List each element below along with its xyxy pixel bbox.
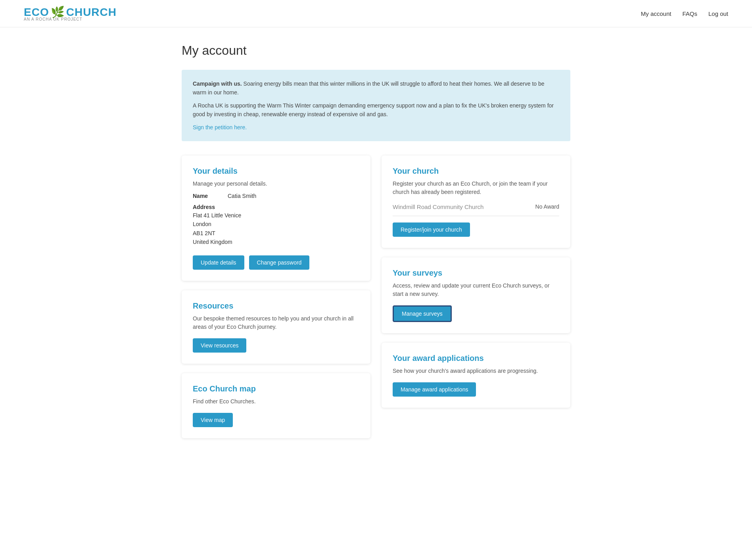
campaign-banner: Campaign with us. Soaring energy bills m… [182, 70, 570, 141]
manage-award-applications-button[interactable]: Manage award applications [393, 382, 476, 397]
page-title: My account [182, 43, 570, 58]
your-church-card: Your church Register your church as an E… [382, 155, 570, 248]
award-status: No Award [535, 203, 559, 210]
your-details-card: Your details Manage your personal detail… [182, 155, 370, 281]
resources-description: Our bespoke themed resources to help you… [193, 315, 359, 331]
logo-text-block: ECO 🌿 CHURCH AN A ROCHA UK PROJECT [24, 6, 117, 21]
main-content: My account Campaign with us. Soaring ene… [158, 27, 594, 462]
your-award-title: Your award applications [393, 354, 559, 363]
logo-church: CHURCH [66, 6, 117, 19]
content-columns: Your details Manage your personal detail… [182, 155, 570, 438]
manage-surveys-button[interactable]: Manage surveys [393, 305, 452, 322]
register-join-church-button[interactable]: Register/join your church [393, 222, 470, 237]
church-row: Windmill Road Community Church No Award [393, 203, 559, 216]
campaign-petition-link[interactable]: Sign the petition here. [193, 124, 247, 130]
your-surveys-title: Your surveys [393, 268, 559, 278]
logo-eco: ECO [24, 6, 49, 19]
eco-church-map-card: Eco Church map Find other Eco Churches. … [182, 373, 370, 438]
campaign-line1-rest: Soaring energy bills mean that this wint… [193, 81, 545, 96]
resources-title: Resources [193, 301, 359, 311]
address-lines: Flat 41 Little Venice London AB1 2NT Uni… [193, 211, 359, 247]
address-block: Address Flat 41 Little Venice London AB1… [193, 204, 359, 247]
details-btn-row: Update details Change password [193, 255, 359, 270]
your-award-description: See how your church's award applications… [393, 367, 559, 375]
your-surveys-card: Your surveys Access, review and update y… [382, 257, 570, 333]
your-church-description: Register your church as an Eco Church, o… [393, 180, 559, 196]
your-church-title: Your church [393, 167, 559, 176]
eco-church-map-description: Find other Eco Churches. [193, 397, 359, 406]
campaign-line1: Campaign with us. Soaring energy bills m… [193, 79, 559, 97]
address-label: Address [193, 204, 359, 210]
logo: ECO 🌿 CHURCH AN A ROCHA UK PROJECT [24, 6, 117, 21]
your-award-applications-card: Your award applications See how your chu… [382, 343, 570, 408]
change-password-button[interactable]: Change password [249, 255, 310, 270]
site-header: ECO 🌿 CHURCH AN A ROCHA UK PROJECT My ac… [0, 0, 752, 27]
address-line4: United Kingdom [193, 238, 359, 246]
eco-church-map-title: Eco Church map [193, 384, 359, 393]
left-column: Your details Manage your personal detail… [182, 155, 370, 438]
name-value: Catia Smith [228, 193, 256, 199]
address-line1: Flat 41 Little Venice [193, 211, 359, 220]
name-row: Name Catia Smith [193, 193, 359, 199]
campaign-line2: A Rocha UK is supporting the Warm This W… [193, 101, 559, 119]
nav-my-account[interactable]: My account [641, 10, 671, 17]
view-map-button[interactable]: View map [193, 413, 233, 427]
resources-card: Resources Our bespoke themed resources t… [182, 290, 370, 364]
campaign-bold: Campaign with us. [193, 81, 242, 87]
view-resources-button[interactable]: View resources [193, 338, 246, 353]
update-details-button[interactable]: Update details [193, 255, 244, 270]
address-line3: AB1 2NT [193, 229, 359, 238]
name-label: Name [193, 193, 224, 199]
main-nav: My account FAQs Log out [641, 10, 728, 17]
right-column: Your church Register your church as an E… [382, 155, 570, 408]
your-details-description: Manage your personal details. [193, 180, 359, 188]
nav-log-out[interactable]: Log out [708, 10, 728, 17]
your-surveys-description: Access, review and update your current E… [393, 282, 559, 298]
nav-faqs[interactable]: FAQs [682, 10, 697, 17]
church-name: Windmill Road Community Church [393, 203, 483, 210]
your-details-title: Your details [193, 167, 359, 176]
address-line2: London [193, 220, 359, 228]
campaign-link-para: Sign the petition here. [193, 123, 559, 132]
